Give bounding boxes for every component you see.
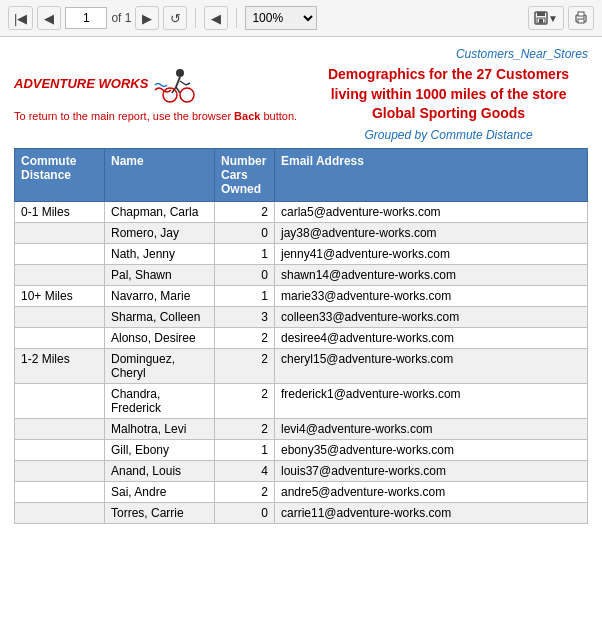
cell-name: Anand, Louis — [105, 460, 215, 481]
instruction-bold: Back — [234, 110, 260, 122]
logo-icon — [150, 65, 200, 103]
svg-line-15 — [186, 83, 190, 85]
cell-cars: 1 — [215, 243, 275, 264]
cell-email: desiree4@adventure-works.com — [275, 327, 588, 348]
cell-cars: 1 — [215, 285, 275, 306]
report-link[interactable]: Customers_Near_Stores — [14, 47, 588, 61]
header-email: Email Address — [275, 148, 588, 201]
cell-cars: 2 — [215, 418, 275, 439]
cell-commute — [15, 460, 105, 481]
toolbar-separator — [195, 8, 196, 28]
cell-email: andre5@adventure-works.com — [275, 481, 588, 502]
print-button[interactable] — [568, 6, 594, 30]
table-row: 10+ MilesNavarro, Marie1marie33@adventur… — [15, 285, 588, 306]
cell-name: Sai, Andre — [105, 481, 215, 502]
cell-cars: 2 — [215, 201, 275, 222]
cell-cars: 0 — [215, 502, 275, 523]
cell-commute — [15, 222, 105, 243]
table-row: 1-2 MilesDominguez, Cheryl2cheryl15@adve… — [15, 348, 588, 383]
cell-cars: 0 — [215, 222, 275, 243]
page-number-input[interactable] — [65, 7, 107, 29]
cell-email: frederick1@adventure-works.com — [275, 383, 588, 418]
toolbar: |◀ ◀ of 1 ▶ ↺ ◀ 25% 50% 75% 100% 125% 15… — [0, 0, 602, 37]
first-page-button[interactable]: |◀ — [8, 6, 33, 30]
svg-rect-1 — [537, 12, 545, 16]
cell-commute: 1-2 Miles — [15, 348, 105, 383]
toolbar-right-actions: ▼ — [528, 6, 594, 30]
cell-commute — [15, 383, 105, 418]
table-row: Romero, Jay0jay38@adventure-works.com — [15, 222, 588, 243]
cell-cars: 0 — [215, 264, 275, 285]
save-button[interactable]: ▼ — [528, 6, 564, 30]
prev-page-button[interactable]: ◀ — [37, 6, 61, 30]
report-header: ADVENTURE WORKS — [14, 65, 588, 142]
cell-name: Torres, Carrie — [105, 502, 215, 523]
cell-email: carla5@adventure-works.com — [275, 201, 588, 222]
cell-commute — [15, 481, 105, 502]
logo-area: ADVENTURE WORKS — [14, 65, 297, 124]
svg-rect-3 — [539, 19, 543, 23]
cell-email: ebony35@adventure-works.com — [275, 439, 588, 460]
cell-email: carrie11@adventure-works.com — [275, 502, 588, 523]
header-commute: Commute Distance — [15, 148, 105, 201]
cell-email: jay38@adventure-works.com — [275, 222, 588, 243]
cell-email: cheryl15@adventure-works.com — [275, 348, 588, 383]
table-body: 0-1 MilesChapman, Carla2carla5@adventure… — [15, 201, 588, 523]
instruction-suffix: button. — [260, 110, 297, 122]
toolbar-separator-2 — [236, 8, 237, 28]
cell-name: Alonso, Desiree — [105, 327, 215, 348]
cell-commute: 10+ Miles — [15, 285, 105, 306]
cell-email: colleen33@adventure-works.com — [275, 306, 588, 327]
svg-rect-6 — [578, 19, 584, 23]
table-row: Sharma, Colleen3colleen33@adventure-work… — [15, 306, 588, 327]
logo-text: ADVENTURE WORKS — [14, 65, 297, 103]
table-row: Nath, Jenny1jenny41@adventure-works.com — [15, 243, 588, 264]
cell-email: louis37@adventure-works.com — [275, 460, 588, 481]
cell-commute — [15, 264, 105, 285]
table-row: Gill, Ebony1ebony35@adventure-works.com — [15, 439, 588, 460]
table-row: Alonso, Desiree2desiree4@adventure-works… — [15, 327, 588, 348]
svg-rect-5 — [578, 12, 584, 16]
back-nav-button[interactable]: ◀ — [204, 6, 228, 30]
table-header-row: Commute Distance Name Number Cars Owned … — [15, 148, 588, 201]
report-title-line1: Demographics for the 27 Customers — [309, 65, 588, 85]
cell-name: Romero, Jay — [105, 222, 215, 243]
next-page-button[interactable]: ▶ — [135, 6, 159, 30]
table-row: Pal, Shawn0shawn14@adventure-works.com — [15, 264, 588, 285]
cell-commute — [15, 439, 105, 460]
report-container: Customers_Near_Stores ADVENTURE WORKS — [0, 37, 602, 534]
instruction-prefix: To return to the main report, use the br… — [14, 110, 234, 122]
cell-commute — [15, 502, 105, 523]
cell-cars: 3 — [215, 306, 275, 327]
cell-cars: 1 — [215, 439, 275, 460]
refresh-button[interactable]: ↺ — [163, 6, 187, 30]
cell-commute — [15, 327, 105, 348]
report-title-line2: living within 1000 miles of the store — [309, 85, 588, 105]
logo-instruction: To return to the main report, use the br… — [14, 109, 297, 124]
cell-cars: 2 — [215, 348, 275, 383]
cell-name: Sharma, Colleen — [105, 306, 215, 327]
cell-cars: 4 — [215, 460, 275, 481]
header-name: Name — [105, 148, 215, 201]
cell-cars: 2 — [215, 481, 275, 502]
table-row: 0-1 MilesChapman, Carla2carla5@adventure… — [15, 201, 588, 222]
cell-name: Dominguez, Cheryl — [105, 348, 215, 383]
svg-line-9 — [176, 77, 180, 87]
cell-email: levi4@adventure-works.com — [275, 418, 588, 439]
zoom-select[interactable]: 25% 50% 75% 100% 125% 150% 200% — [245, 6, 317, 30]
cell-email: jenny41@adventure-works.com — [275, 243, 588, 264]
report-title: Demographics for the 27 Customers living… — [309, 65, 588, 124]
cell-cars: 2 — [215, 327, 275, 348]
svg-point-14 — [180, 88, 194, 102]
cell-cars: 2 — [215, 383, 275, 418]
cell-name: Navarro, Marie — [105, 285, 215, 306]
cell-name: Malhotra, Levi — [105, 418, 215, 439]
table-row: Malhotra, Levi2levi4@adventure-works.com — [15, 418, 588, 439]
cell-name: Pal, Shawn — [105, 264, 215, 285]
report-title-area: Demographics for the 27 Customers living… — [309, 65, 588, 142]
cell-commute — [15, 418, 105, 439]
header-cars: Number Cars Owned — [215, 148, 275, 201]
cell-commute — [15, 306, 105, 327]
svg-point-7 — [583, 17, 585, 19]
cell-name: Chapman, Carla — [105, 201, 215, 222]
